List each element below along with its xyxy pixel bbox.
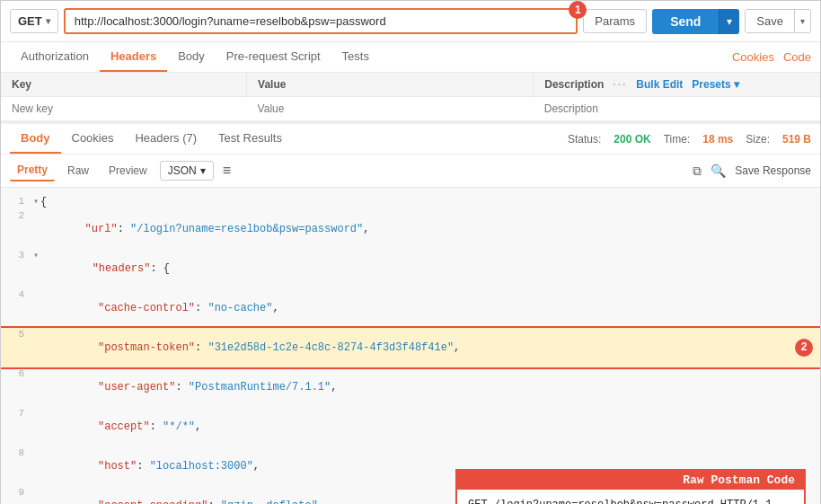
method-label: GET (18, 14, 42, 28)
format-pretty[interactable]: Pretty (10, 160, 55, 181)
status-info: Status: 200 OK Time: 18 ms Size: 519 B (568, 133, 811, 146)
req-tab-right: Cookies Code (732, 50, 811, 64)
new-key-input[interactable] (12, 102, 236, 115)
send-button-group: Send ▾ (652, 9, 739, 34)
size-value: 519 B (782, 133, 811, 146)
line-num-2: 2 (1, 210, 33, 221)
code-area: 1 ▾ { 2 "url": "/login?uname=reselbob&ps… (1, 188, 820, 504)
line-content-1: { (40, 196, 820, 208)
tab-headers[interactable]: Headers (100, 42, 167, 72)
line-num-3: 3 (1, 250, 33, 261)
raw-postman-header: Raw Postman Code (457, 471, 804, 490)
res-tab-cookies[interactable]: Cookies (61, 124, 125, 154)
code-line-7: 7 "accept": "*/*", (1, 407, 820, 447)
presets-button[interactable]: Presets ▾ (692, 78, 739, 91)
line-num-5: 5 (1, 329, 33, 340)
send-arrow-button[interactable]: ▾ (719, 9, 739, 34)
dots-icon: ··· (613, 78, 627, 91)
time-label: Time: (664, 133, 691, 146)
save-button-group: Save ▾ (745, 9, 811, 33)
tab-authorization[interactable]: Authorization (10, 42, 100, 72)
response-toolbar: Pretty Raw Preview JSON ▾ ≡ ⧉ 🔍 Save Res… (1, 155, 820, 188)
res-tab-testresults[interactable]: Test Results (207, 124, 293, 154)
raw-postman-content: GET /login?uname=reselbob&psw=password H… (457, 490, 804, 504)
method-dropdown[interactable]: GET ▾ (10, 9, 58, 33)
time-value: 18 ms (702, 133, 733, 146)
line-content-2: "url": "/login?uname=reselbob&psw=passwo… (33, 210, 820, 248)
code-line-6: 6 "user-agent": "PostmanRuntime/7.1.1", (1, 367, 820, 407)
toolbar-right: ⧉ 🔍 Save Response (693, 164, 811, 179)
col-key: Key (1, 73, 247, 97)
params-button[interactable]: Params (583, 9, 647, 33)
save-button[interactable]: Save (746, 10, 794, 32)
tab-body[interactable]: Body (167, 42, 216, 72)
status-value: 200 OK (614, 133, 650, 146)
new-desc-input[interactable] (544, 102, 809, 115)
save-response-button[interactable]: Save Response (735, 164, 811, 177)
format-preview[interactable]: Preview (102, 161, 154, 181)
expand-3[interactable]: ▾ (33, 250, 39, 261)
line-num-4: 4 (1, 289, 33, 300)
res-tab-body[interactable]: Body (10, 124, 61, 154)
request-tabs: Authorization Headers Body Pre-request S… (1, 42, 820, 73)
code-line-5: 5 "postman-token": "31e2d58d-1c2e-4c8c-8… (1, 328, 820, 367)
line-num-8: 8 (1, 447, 33, 458)
code-link[interactable]: Code (783, 50, 811, 64)
line-num-6: 6 (1, 368, 33, 379)
json-chevron-icon: ▾ (200, 164, 206, 177)
line-num-7: 7 (1, 408, 33, 419)
format-raw[interactable]: Raw (60, 161, 96, 181)
line-content-6: "user-agent": "PostmanRuntime/7.1.1", (33, 368, 820, 406)
line-num-1: 1 (1, 196, 33, 207)
bulk-edit-button[interactable]: Bulk Edit (636, 78, 683, 91)
header-new-row (1, 97, 820, 121)
search-button[interactable]: 🔍 (711, 164, 726, 178)
method-chevron-icon: ▾ (46, 16, 50, 26)
line-content-3: "headers": { (40, 250, 820, 287)
headers-table: Key Value Description ··· Bulk Edit Pres… (1, 73, 820, 121)
top-bar: GET ▾ 1 Params Send ▾ Save ▾ (1, 1, 820, 42)
wrap-icon[interactable]: ≡ (223, 163, 231, 179)
code-line-2: 2 "url": "/login?uname=reselbob&psw=pass… (1, 209, 820, 249)
save-arrow-button[interactable]: ▾ (794, 10, 810, 32)
new-value-input[interactable] (258, 102, 523, 115)
badge-2: 2 (795, 339, 813, 357)
line-content-4: "cache-control": "no-cache", (33, 289, 820, 327)
col-value: Value (247, 73, 534, 97)
copy-button[interactable]: ⧉ (693, 164, 702, 179)
code-line-4: 4 "cache-control": "no-cache", (1, 288, 820, 328)
url-input[interactable] (64, 8, 578, 34)
tab-tests[interactable]: Tests (331, 42, 380, 72)
send-button[interactable]: Send (652, 9, 719, 34)
line-content-7: "accept": "*/*", (33, 408, 820, 446)
raw-postman-box: Raw Postman Code GET /login?uname=reselb… (455, 469, 806, 504)
json-label: JSON (168, 164, 197, 177)
raw-line-1: GET /login?uname=reselbob&psw=password H… (468, 497, 793, 504)
json-select[interactable]: JSON ▾ (160, 161, 214, 181)
line-content-5: "postman-token": "31e2d58d-1c2e-4c8c-827… (33, 329, 820, 367)
tab-prerequest[interactable]: Pre-request Script (216, 42, 331, 72)
status-label: Status: (568, 133, 601, 146)
expand-1[interactable]: ▾ (33, 196, 39, 207)
col-description: Description ··· Bulk Edit Presets ▾ (534, 73, 820, 97)
code-line-3: 3 ▾ "headers": { (1, 249, 820, 288)
line-num-9: 9 (1, 487, 33, 498)
url-wrapper: 1 (64, 8, 578, 34)
response-tabs-bar: Body Cookies Headers (7) Test Results St… (1, 122, 820, 155)
cookies-link[interactable]: Cookies (732, 50, 774, 64)
res-tab-headers[interactable]: Headers (7) (124, 124, 207, 154)
code-line-1: 1 ▾ { (1, 195, 820, 209)
size-label: Size: (746, 133, 770, 146)
